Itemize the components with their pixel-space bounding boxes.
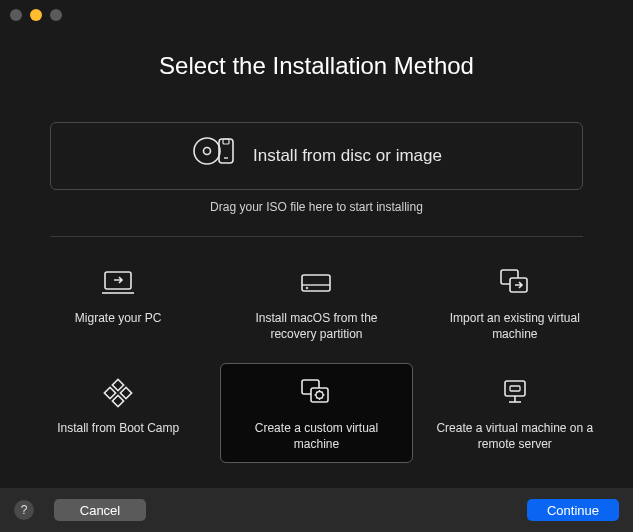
svg-rect-12 (112, 379, 123, 390)
option-create-remote-vm[interactable]: Create a virtual machine on a remote ser… (419, 363, 611, 463)
svg-rect-22 (510, 386, 520, 391)
continue-button[interactable]: Continue (527, 499, 619, 521)
disc-image-icon (191, 134, 239, 168)
svg-rect-14 (120, 387, 131, 398)
svg-point-0 (194, 138, 220, 164)
cancel-button[interactable]: Cancel (54, 499, 146, 521)
option-label: Import an existing virtual machine (430, 310, 600, 342)
option-label: Create a custom virtual machine (231, 420, 401, 452)
bootcamp-icon (103, 376, 133, 410)
option-migrate-pc[interactable]: Migrate your PC (22, 253, 214, 353)
option-import-existing-vm[interactable]: Import an existing virtual machine (419, 253, 611, 353)
option-label: Install macOS from the recovery partitio… (231, 310, 401, 342)
maximize-window-button[interactable] (50, 9, 62, 21)
remote-server-icon (500, 376, 530, 410)
help-button[interactable]: ? (14, 500, 34, 520)
close-window-button[interactable] (10, 9, 22, 21)
import-vm-icon (498, 266, 532, 300)
dropzone-label: Install from disc or image (253, 146, 442, 166)
svg-point-9 (307, 287, 309, 289)
option-label: Create a virtual machine on a remote ser… (430, 420, 600, 452)
migrate-pc-icon (101, 266, 135, 300)
custom-vm-icon (299, 376, 333, 410)
hard-drive-icon (300, 266, 332, 300)
svg-rect-2 (219, 139, 233, 163)
svg-rect-19 (505, 381, 525, 396)
svg-rect-13 (104, 387, 115, 398)
options-grid: Migrate your PC Install macOS from the r… (0, 253, 633, 463)
svg-point-1 (204, 148, 211, 155)
option-label: Migrate your PC (75, 310, 162, 326)
minimize-window-button[interactable] (30, 9, 42, 21)
dropzone-hint: Drag your ISO file here to start install… (50, 200, 583, 214)
divider (50, 236, 583, 237)
svg-rect-15 (112, 395, 123, 406)
page-title: Select the Installation Method (0, 52, 633, 80)
option-label: Install from Boot Camp (57, 420, 179, 436)
option-install-macos-recovery[interactable]: Install macOS from the recovery partitio… (220, 253, 412, 353)
install-from-disc-dropzone[interactable]: Install from disc or image (50, 122, 583, 190)
footer: ? Cancel Continue (0, 488, 633, 532)
titlebar (0, 0, 633, 30)
option-install-bootcamp[interactable]: Install from Boot Camp (22, 363, 214, 463)
option-create-custom-vm[interactable]: Create a custom virtual machine (220, 363, 412, 463)
